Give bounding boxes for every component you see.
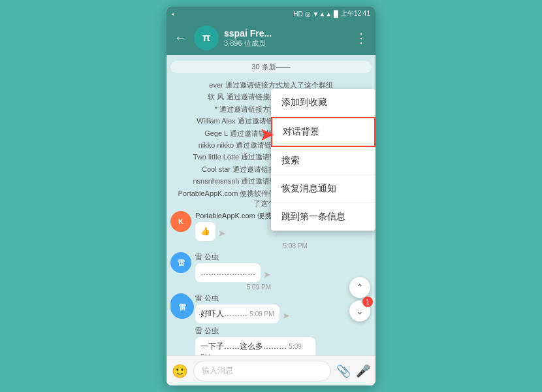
msg4-bubble: 一下子……这么多……… 5:09 PM	[195, 337, 315, 355]
msg2-forward[interactable]: ➤	[263, 269, 271, 280]
new-messages-banner: 30 条新——	[170, 61, 372, 73]
header-title: sspai Fre...	[224, 28, 347, 39]
group-avatar: π	[194, 25, 219, 50]
input-bar: 🙂 输入消息 📎 🎤	[167, 355, 375, 385]
message-2: 雷 雷 公虫 ………………… ➤ 5:09 PM	[170, 252, 372, 291]
message-3: 雷 雷 公虫 好吓人……… 5:09 PM ➤	[170, 293, 372, 323]
message-placeholder: 输入消息	[202, 365, 233, 376]
status-icon: ▪	[172, 10, 174, 18]
status-signal: ◎ ▼▲▲ ▉	[305, 10, 339, 18]
msg1-bubble: 👍	[195, 222, 215, 241]
msg1-time: 5:08 PM	[195, 242, 308, 250]
unread-badge: 1	[362, 297, 373, 307]
scroll-btn-wrap: ⌃ ⌄ 1	[349, 277, 370, 321]
msg3-content: 雷 公虫 好吓人……… 5:09 PM ➤	[195, 293, 290, 323]
msg4-forward[interactable]: ➤	[318, 353, 326, 355]
attach-button[interactable]: 📎	[336, 364, 351, 378]
floating-avatar: 雷	[170, 295, 194, 319]
scroll-up-button[interactable]: ⌃	[349, 277, 370, 298]
more-button[interactable]: ⋮	[352, 27, 370, 48]
status-bar-right: HD ◎ ▼▲▲ ▉ 上午12:41	[293, 9, 370, 18]
message-4: 雷 公虫 一下子……这么多……… 5:09 PM ➤	[170, 326, 372, 355]
menu-jump-first[interactable]: 跳到第一条信息	[271, 203, 375, 231]
status-bar: ▪ HD ◎ ▼▲▲ ▉ 上午12:41	[167, 7, 375, 21]
message-input[interactable]: 输入消息	[193, 361, 331, 382]
msg3-forward[interactable]: ➤	[282, 310, 290, 321]
red-arrow-indicator: ➤	[259, 123, 274, 145]
menu-add-favorite[interactable]: 添加到收藏	[271, 89, 375, 117]
status-hd: HD	[293, 10, 302, 18]
msg4-sender: 雷 公虫	[195, 326, 326, 336]
msg3-bubble: 好吓人……… 5:09 PM	[195, 304, 279, 323]
msg2-avatar: 雷	[170, 252, 191, 273]
msg2-sender: 雷 公虫	[195, 252, 271, 262]
msg2-bubble: …………………	[195, 263, 261, 282]
status-bar-left: ▪	[172, 10, 174, 18]
menu-chat-background[interactable]: 对话背景	[271, 117, 375, 147]
msg4-content: 雷 公虫 一下子……这么多……… 5:09 PM ➤	[195, 326, 326, 355]
status-time: 上午12:41	[341, 9, 370, 18]
menu-search[interactable]: 搜索	[271, 147, 375, 175]
msg1-avatar: K	[170, 211, 191, 232]
msg2-time: 5:09 PM	[195, 284, 271, 291]
chat-header: ← π sspai Fre... 3,896 位成员 ⋮	[167, 21, 375, 55]
back-button[interactable]: ←	[172, 29, 189, 48]
msg2-content: 雷 公虫 ………………… ➤ 5:09 PM	[195, 252, 271, 291]
header-subtitle: 3,896 位成员	[224, 39, 347, 48]
menu-restore-notification[interactable]: 恢复消息通知	[271, 175, 375, 203]
phone-container: ▪ HD ◎ ▼▲▲ ▉ 上午12:41 ← π sspai Fre... 3,…	[167, 7, 375, 385]
header-info: sspai Fre... 3,896 位成员	[224, 28, 347, 48]
chat-area: 30 条新—— ever 通过邀请链接方式加入了这个群组 软 风 通过邀请链接方…	[167, 55, 375, 355]
floating-avatar-label: 雷	[179, 302, 186, 312]
dropdown-menu: 添加到收藏 对话背景 搜索 恢复消息通知 跳到第一条信息	[271, 89, 375, 231]
mic-button[interactable]: 🎤	[356, 364, 370, 378]
emoji-button[interactable]: 🙂	[172, 363, 188, 379]
msg1-forward[interactable]: ➤	[218, 228, 226, 238]
msg3-sender: 雷 公虫	[195, 293, 290, 303]
